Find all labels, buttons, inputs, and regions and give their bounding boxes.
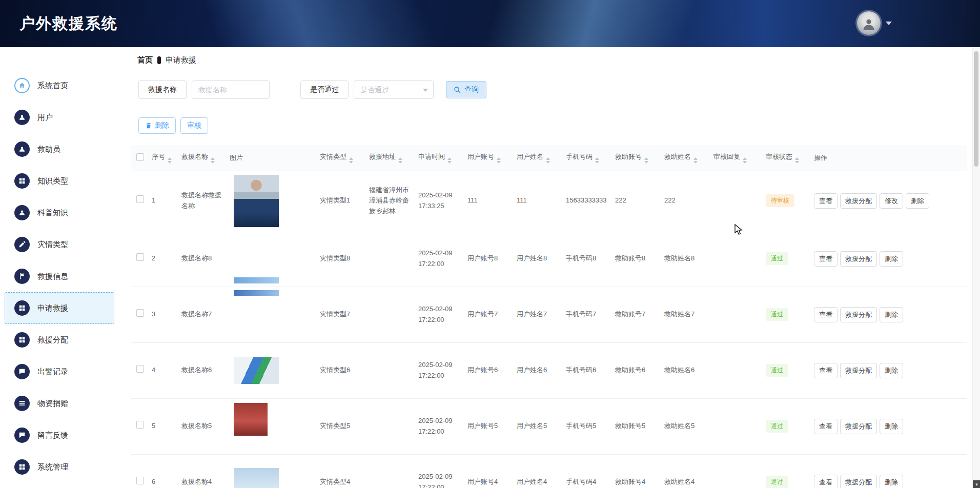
sidebar-item-dispatch-records[interactable]: 出警记录	[5, 356, 114, 388]
row-action-delete[interactable]: 删除	[880, 475, 903, 488]
column-header[interactable]: 救助姓名	[661, 145, 710, 171]
row-action-assign[interactable]: 救援分配	[840, 419, 877, 434]
cell-disaster-type: 灾情类型5	[317, 398, 366, 454]
audit-button[interactable]: 审核	[180, 117, 208, 134]
row-action-assign[interactable]: 救援分配	[840, 307, 877, 322]
row-action-assign[interactable]: 救援分配	[840, 193, 877, 209]
column-header[interactable]: 审核回复	[710, 145, 763, 171]
sidebar-item-feedback[interactable]: 留言反馈	[5, 419, 114, 451]
grid-icon	[14, 332, 30, 348]
column-header[interactable]: 序号	[149, 145, 178, 171]
vertical-scrollbar[interactable]: ▾	[972, 47, 980, 488]
select-caret-icon	[423, 89, 428, 92]
delete-button-label: 删除	[155, 121, 169, 130]
grid-icon	[14, 173, 30, 189]
cell-rescue-name: 救援名称7	[178, 287, 227, 342]
cell-address	[366, 342, 415, 398]
cell-rescuer-name: 救助姓名5	[661, 398, 710, 454]
action-buttons: 查看救援分配删除	[814, 419, 964, 434]
column-header[interactable]: 救助账号	[612, 145, 661, 171]
row-image	[234, 357, 279, 384]
cell-disaster-type: 灾情类型4	[317, 454, 366, 488]
row-checkbox[interactable]	[136, 309, 144, 317]
sidebar-item-material-donation[interactable]: 物资捐赠	[5, 388, 114, 419]
table-row: 5 救援名称5 灾情类型5 2025-02-09 17:22:00 用户账号5 …	[131, 398, 967, 454]
cell-phone: 手机号码5	[563, 398, 612, 454]
row-action-delete[interactable]: 删除	[880, 307, 903, 322]
select-all-checkbox[interactable]	[136, 153, 144, 161]
sidebar-item-science-knowledge[interactable]: 科普知识	[5, 197, 114, 229]
avatar[interactable]	[857, 11, 881, 35]
cell-address: 福建省漳州市漳浦县赤岭畲族乡彭林	[366, 171, 415, 231]
sidebar-item-home[interactable]: 系统首页	[5, 70, 114, 101]
scrollbar-thumb[interactable]	[974, 51, 978, 167]
sidebar-item-label: 申请救援	[37, 303, 68, 313]
column-header[interactable]: 救援地址	[366, 145, 415, 171]
row-action-view[interactable]: 查看	[814, 363, 838, 378]
sidebar-item-rescue-assign[interactable]: 救援分配	[5, 324, 114, 356]
cell-rescue-name: 救援名称8	[178, 231, 227, 287]
row-action-view[interactable]: 查看	[814, 193, 838, 209]
row-checkbox[interactable]	[136, 365, 144, 373]
home-icon	[14, 78, 30, 93]
row-action-assign[interactable]: 救援分配	[840, 363, 877, 378]
table-row: 2 救援名称8 灾情类型8 2025-02-09 17:22:00 用户账号8 …	[131, 231, 967, 287]
pass-status-select-input[interactable]	[354, 80, 434, 99]
row-action-delete[interactable]: 删除	[880, 251, 903, 267]
row-action-view[interactable]: 查看	[814, 251, 838, 267]
user-menu[interactable]	[857, 11, 892, 35]
cell-index: 6	[149, 454, 178, 488]
cell-user-name: 用户姓名8	[514, 231, 563, 287]
sidebar-item-rescue-info[interactable]: 救援信息	[5, 260, 114, 292]
row-checkbox[interactable]	[136, 421, 144, 429]
row-action-view[interactable]: 查看	[814, 419, 838, 434]
status-badge: 待审核	[766, 194, 794, 207]
row-action-assign[interactable]: 救援分配	[840, 251, 877, 267]
column-header[interactable]: 用户姓名	[514, 145, 563, 171]
pass-status-select[interactable]	[354, 80, 434, 99]
row-checkbox[interactable]	[136, 195, 144, 203]
row-checkbox[interactable]	[136, 477, 144, 484]
row-action-edit[interactable]: 修改	[880, 193, 903, 209]
grid-icon	[14, 300, 30, 316]
sidebar-item-label: 用户	[37, 113, 53, 123]
cell-user-account: 用户账号7	[464, 287, 514, 342]
column-header[interactable]: 灾情类型	[317, 145, 366, 171]
sidebar-item-system-manage[interactable]: 系统管理	[5, 451, 114, 483]
column-header[interactable]: 救援名称	[178, 145, 227, 171]
table-row: 3 救援名称7 灾情类型7 2025-02-09 17:22:00 用户账号7 …	[131, 287, 967, 342]
cell-user-name: 用户姓名4	[514, 454, 563, 488]
chevron-down-icon[interactable]	[886, 22, 892, 25]
rescue-name-input[interactable]	[192, 80, 270, 99]
cell-phone: 手机号码6	[563, 342, 612, 398]
delete-button[interactable]: 删除	[138, 117, 176, 134]
sidebar-item-users[interactable]: 用户	[5, 101, 114, 133]
query-button[interactable]: 查询	[446, 81, 486, 98]
sidebar-item-rescuers[interactable]: 救助员	[5, 133, 114, 165]
action-buttons: 查看救援分配删除	[814, 475, 964, 488]
row-action-view[interactable]: 查看	[814, 307, 838, 322]
scrollbar-down-arrow[interactable]: ▾	[973, 480, 980, 488]
row-action-delete[interactable]: 删除	[906, 193, 929, 209]
cell-audit-reply	[710, 287, 763, 342]
table-row: 4 救援名称6 灾情类型6 2025-02-09 17:22:00 用户账号6 …	[131, 342, 967, 398]
column-header[interactable]: 用户账号	[464, 145, 514, 171]
column-header[interactable]: 手机号码	[563, 145, 612, 171]
row-action-assign[interactable]: 救援分配	[840, 475, 877, 488]
row-action-view[interactable]: 查看	[814, 475, 838, 488]
sort-icon	[398, 157, 402, 164]
column-header[interactable]: 申请时间	[415, 145, 464, 171]
sidebar-nav: 系统首页用户救助员知识类型科普知识灾情类型救援信息申请救援救援分配出警记录物资捐…	[0, 70, 119, 483]
row-image	[234, 175, 279, 227]
table-header-row: 序号救援名称图片灾情类型救援地址申请时间用户账号用户姓名手机号码救助账号救助姓名…	[131, 145, 967, 171]
row-action-delete[interactable]: 删除	[880, 419, 903, 434]
sidebar-item-disaster-type[interactable]: 灾情类型	[5, 229, 114, 260]
sidebar-item-knowledge-type[interactable]: 知识类型	[5, 165, 114, 197]
sidebar-item-apply-rescue[interactable]: 申请救援	[5, 292, 114, 324]
row-checkbox[interactable]	[136, 253, 144, 261]
breadcrumb-home[interactable]: 首页	[137, 55, 153, 65]
column-header[interactable]: 审核状态	[763, 145, 811, 171]
sidebar-item-label: 系统首页	[37, 81, 68, 91]
row-action-delete[interactable]: 删除	[880, 363, 903, 378]
cell-apply-time: 2025-02-09 17:22:00	[415, 398, 464, 454]
